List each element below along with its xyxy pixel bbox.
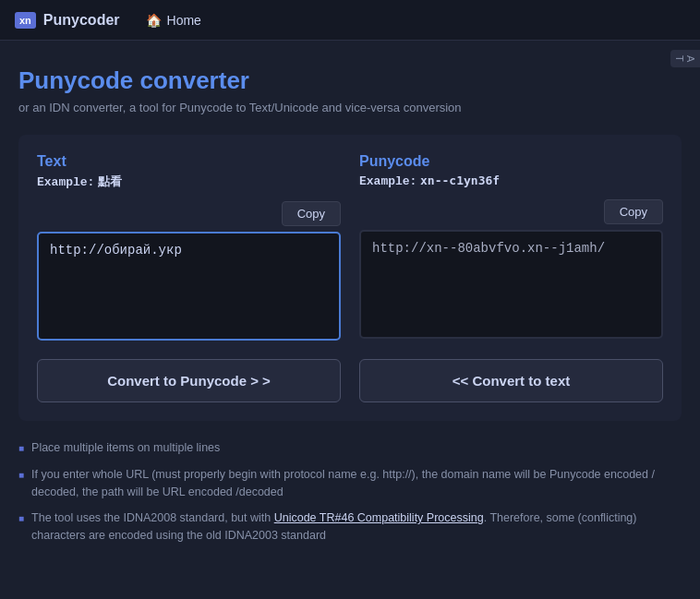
punycode-example: Example: xn--c1yn36f <box>359 174 663 188</box>
text-input[interactable]: http://обирай.укр <box>37 232 341 341</box>
info-item-1: Place multiple items on multiple lines <box>18 439 682 457</box>
main-content: Punycode converter or an IDN converter, … <box>0 41 700 572</box>
brand-link[interactable]: xn Punycoder <box>15 12 120 29</box>
converter-columns: Text Example: 點看 Copy http://обирай.укр … <box>37 153 663 344</box>
brand-name: Punycoder <box>43 12 120 29</box>
brand-icon: xn <box>15 12 36 29</box>
unicode-link[interactable]: Unicode TR#46 Compatibility Processing <box>274 511 484 524</box>
info-list: Place multiple items on multiple lines I… <box>18 439 682 545</box>
convert-to-text-button[interactable]: << Convert to text <box>359 359 663 402</box>
home-icon: 🏠 <box>146 13 162 28</box>
info-item-2: If you enter whole URL (must properly be… <box>18 466 682 501</box>
convert-to-punycode-button[interactable]: Convert to Punycode > > <box>37 359 341 402</box>
converter-card: Text Example: 點看 Copy http://обирай.укр … <box>18 135 682 421</box>
punycode-copy-button[interactable]: Copy <box>604 199 663 224</box>
text-example: Example: 點看 <box>37 174 341 190</box>
punycode-output[interactable]: http://xn--80abvfvo.xn--j1amh/ <box>359 230 663 339</box>
page-subtitle: or an IDN converter, a tool for Punycode… <box>18 101 682 114</box>
punycode-label: Punycode <box>359 153 663 170</box>
punycode-column: Punycode Example: xn--c1yn36f Copy http:… <box>359 153 663 344</box>
page-title: Punycode converter <box>18 66 682 95</box>
text-label: Text <box>37 153 341 170</box>
navbar: xn Punycoder 🏠 Home <box>0 0 700 41</box>
text-copy-row: Copy <box>37 201 341 226</box>
text-copy-button[interactable]: Copy <box>282 201 341 226</box>
action-row: Convert to Punycode > > << Convert to te… <box>37 359 663 402</box>
home-link[interactable]: 🏠 Home <box>139 9 209 31</box>
punycode-copy-row: Copy <box>359 199 663 224</box>
text-column: Text Example: 點看 Copy http://обирай.укр <box>37 153 341 344</box>
home-label: Home <box>167 13 201 28</box>
info-item-3: The tool uses the IDNA2008 standard, but… <box>18 509 682 545</box>
